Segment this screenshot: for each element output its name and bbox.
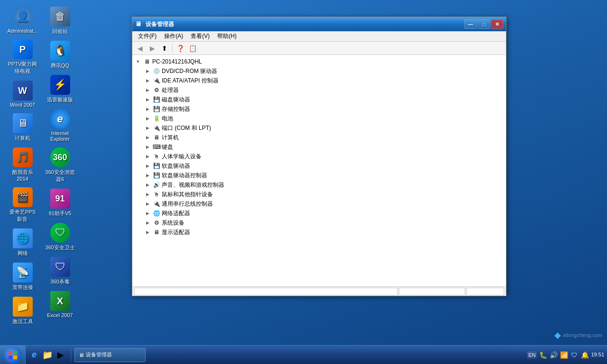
- taskbar-app-label: 设备管理器: [86, 351, 112, 358]
- tree-root[interactable]: ▼ 🖥 PC-20141216JQHL: [132, 57, 506, 66]
- desktop-icons-container: 👤 Administrat... P PPTV聚力网络电视 W Word 200…: [5, 5, 76, 327]
- taskbar-app-icon: 🖥: [79, 352, 84, 358]
- label-system: 系统设备: [162, 219, 184, 227]
- desktop-icon-360safe[interactable]: 🛡 360安全卫士: [42, 221, 78, 253]
- tree-item-8[interactable]: ▶ ⌨ 键盘: [132, 142, 506, 152]
- tree-item-12[interactable]: ▶ 🔊 声音、视频和游戏控制器: [132, 180, 506, 190]
- 360safe-icon: 🛡: [50, 223, 70, 243]
- tray-shield-icon[interactable]: 🛡: [570, 351, 579, 359]
- tree-item-4[interactable]: ▶ 💾 存储控制器: [132, 104, 506, 114]
- menu-action[interactable]: 操作(A): [160, 31, 187, 41]
- label-audio: 声音、视频和游戏控制器: [162, 181, 224, 189]
- menu-view[interactable]: 查看(V): [187, 31, 213, 41]
- desktop-icon-ie[interactable]: e InternetExplorer: [42, 107, 78, 144]
- desktop-icon-360kill[interactable]: 🛡 360杀毒: [42, 255, 78, 287]
- label-mouse: 鼠标和其他指针设备: [162, 191, 213, 199]
- desktop-icon-pptv[interactable]: P PPTV聚力网络电视: [5, 37, 40, 77]
- menu-help[interactable]: 帮助(H): [213, 31, 240, 41]
- tree-item-1[interactable]: ▶ 🔌 IDE ATA/ATAPI 控制器: [132, 76, 506, 85]
- system-tray: EN 🐛 🔊 📶 🛡 🔔 19:51: [524, 346, 607, 364]
- label-floppy: 软盘驱动器: [162, 162, 190, 170]
- taskbar-ie-icon[interactable]: e: [28, 348, 41, 362]
- icon-display: 🖥: [153, 228, 160, 236]
- tree-item-17[interactable]: ▶ 🖥 显示适配器: [132, 228, 506, 237]
- desktop-icon-recycle[interactable]: 🗑 回收站: [42, 5, 78, 37]
- toolbar-forward-button[interactable]: ▶: [147, 43, 158, 54]
- expander-5: ▶: [144, 115, 151, 122]
- maximize-button[interactable]: □: [478, 19, 490, 29]
- toolbar-properties-button[interactable]: 📋: [187, 43, 198, 54]
- desktop-icon-360browser[interactable]: 360 360安全浏览器6: [42, 146, 78, 185]
- tree-item-16[interactable]: ▶ ⚙ 系统设备: [132, 218, 506, 228]
- tree-item-14[interactable]: ▶ 🔌 通用串行总线控制器: [132, 199, 506, 209]
- desktop-icon-91[interactable]: 91 91助手V5: [42, 187, 78, 219]
- label-floppy-ctrl: 软盘驱动器控制器: [162, 172, 207, 180]
- tree-item-5[interactable]: ▶ 🔋 电池: [132, 114, 506, 123]
- desktop-icon-music[interactable]: 🎵 酷我音乐2014: [5, 146, 40, 183]
- window-titlebar[interactable]: 🖥 设备管理器 — □ ✕: [132, 17, 506, 31]
- tree-item-3[interactable]: ▶ 💾 磁盘驱动器: [132, 95, 506, 104]
- desktop-icon-excel[interactable]: X Excel 2007: [42, 289, 78, 320]
- tree-item-13[interactable]: ▶ 🖱 鼠标和其他指针设备: [132, 190, 506, 199]
- tree-item-9[interactable]: ▶ 🖱 人体学输入设备: [132, 152, 506, 161]
- device-tree-content[interactable]: ▼ 🖥 PC-20141216JQHL ▶ 💿 DVD/CD-ROM 驱动器 ▶…: [132, 55, 506, 286]
- tree-item-7[interactable]: ▶ 🖥 计算机: [132, 133, 506, 142]
- excel-icon-label: Excel 2007: [47, 312, 73, 318]
- expander-10: ▶: [144, 162, 151, 170]
- start-button[interactable]: [0, 346, 26, 364]
- tree-item-0[interactable]: ▶ 💿 DVD/CD-ROM 驱动器: [132, 66, 506, 76]
- tree-item-11[interactable]: ▶ 💾 软盘驱动器控制器: [132, 171, 506, 180]
- desktop-icon-broadband[interactable]: 📡 宽带连接: [5, 261, 40, 293]
- qq-icon-label: 腾讯QQ: [51, 62, 69, 69]
- taskbar-folder-icon[interactable]: 📁: [41, 348, 54, 362]
- tray-lang-indicator[interactable]: EN: [527, 351, 537, 359]
- tray-speaker-icon[interactable]: 🔊: [549, 351, 558, 359]
- pptv-icon-label: PPTV聚力网络电视: [8, 61, 37, 75]
- tray-bug-icon[interactable]: 🐛: [539, 351, 547, 359]
- desktop-icon-admin[interactable]: 👤 Administrat...: [5, 5, 40, 36]
- desktop-icon-thunder[interactable]: ⚡ 迅雷极速版: [42, 73, 78, 105]
- tray-clock[interactable]: 19:51: [591, 351, 604, 358]
- device-manager-window: 🖥 设备管理器 — □ ✕ 文件(F) 操作(A) 查看(V) 帮助(H) ◀ …: [132, 17, 506, 296]
- window-toolbar: ◀ ▶ ⬆ ❓ 📋: [132, 42, 506, 55]
- icon-computer-node: 🖥: [153, 134, 160, 141]
- window-title-icon: 🖥: [135, 20, 143, 28]
- taskbar-media-icon[interactable]: ▶: [54, 348, 67, 362]
- taskbar-device-manager-btn[interactable]: 🖥 设备管理器: [74, 348, 146, 362]
- quick-launch: e 📁 ▶: [26, 346, 69, 364]
- admin-icon-label: Administrat...: [7, 28, 37, 34]
- desktop-icon-computer[interactable]: 🖥 计算机: [5, 111, 40, 144]
- toolbar-separator-1: [172, 44, 173, 53]
- toolbar-up-button[interactable]: ⬆: [159, 43, 170, 54]
- menu-file[interactable]: 文件(F): [134, 31, 160, 41]
- tree-item-2[interactable]: ▶ ⚙ 处理器: [132, 85, 506, 95]
- excel-icon: X: [50, 291, 70, 311]
- expander-6: ▶: [144, 124, 151, 132]
- expander-2: ▶: [144, 86, 151, 94]
- expander-12: ▶: [144, 181, 151, 189]
- desktop-icon-activate[interactable]: 📁 激活工具: [5, 295, 40, 327]
- desktop-icon-qq[interactable]: 🐧 腾讯QQ: [42, 39, 78, 71]
- word-icon-label: Word 2007: [10, 102, 36, 108]
- desktop-icon-word[interactable]: W Word 2007: [5, 79, 40, 109]
- root-expander: ▼: [134, 58, 142, 65]
- tree-item-6[interactable]: ▶ 🔌 端口 (COM 和 LPT): [132, 123, 506, 133]
- label-usb: 通用串行总线控制器: [162, 200, 213, 208]
- toolbar-back-button[interactable]: ◀: [134, 43, 146, 54]
- tray-notification-icon[interactable]: 🔔: [580, 351, 589, 359]
- tree-item-15[interactable]: ▶ 🌐 网络适配器: [132, 209, 506, 218]
- minimize-button[interactable]: —: [464, 19, 477, 29]
- icon-floppy-ctrl: 💾: [153, 172, 160, 179]
- 360browser-icon: 360: [50, 147, 70, 167]
- icon-hid: 🖱: [153, 153, 160, 160]
- tree-item-10[interactable]: ▶ 💾 软盘驱动器: [132, 161, 506, 171]
- desktop-icon-network[interactable]: 🌐 网络: [5, 227, 40, 259]
- close-button[interactable]: ✕: [491, 19, 503, 29]
- status-pane-2: [399, 288, 465, 295]
- tray-network-icon[interactable]: 📶: [560, 351, 568, 359]
- recycle-icon-label: 回收站: [52, 28, 68, 35]
- thunder-icon-label: 迅雷极速版: [47, 96, 73, 103]
- label-battery: 电池: [162, 115, 173, 123]
- toolbar-help-button[interactable]: ❓: [175, 43, 186, 54]
- desktop-icon-pps[interactable]: 🎬 爱奇艺PPS影音: [5, 185, 40, 225]
